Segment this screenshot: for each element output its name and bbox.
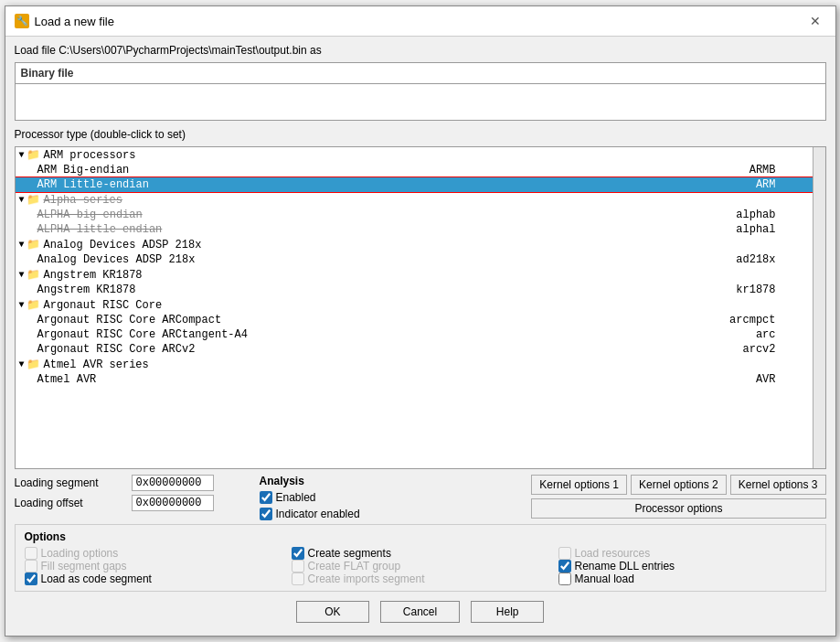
title-bar-left: 🔧 Load a new file — [15, 14, 114, 28]
list-item[interactable]: Atmel AVRAVR — [16, 372, 813, 387]
binary-file-header: Binary file — [15, 62, 826, 121]
fill-segment-gaps-label: Fill segment gaps — [41, 560, 127, 572]
create-flat-group-label: Create FLAT group — [308, 560, 401, 572]
col1: Loading options Fill segment gaps Load a… — [25, 547, 282, 585]
list-item[interactable]: ▼📁Analog Devices ADSP 218x — [16, 237, 813, 252]
button-row: OK Cancel Help — [15, 595, 826, 628]
expand-icon: ▼ — [19, 195, 25, 205]
processor-options-button[interactable]: Processor options — [531, 498, 825, 519]
cancel-button[interactable]: Cancel — [380, 601, 460, 623]
create-segments-checkbox[interactable] — [292, 547, 304, 560]
load-resources-row: Load resources — [558, 547, 816, 560]
loading-offset-value[interactable]: 0x00000000 — [132, 495, 214, 511]
item-shortname: arcmpct — [729, 314, 793, 326]
list-item[interactable]: ARM Big-endianARMB — [16, 163, 813, 177]
create-segments-row: Create segments — [292, 547, 549, 560]
list-item[interactable]: ▼📁Argonaut RISC Core — [16, 297, 813, 313]
dialog-body: Load file C:\Users\007\PycharmProjects\m… — [5, 37, 835, 636]
list-item[interactable]: ARM Little-endianARM — [16, 177, 813, 192]
folder-icon: 📁 — [27, 268, 40, 282]
group-label: ARM processors — [44, 149, 136, 162]
segment-col: Loading segment 0x00000000 Loading offse… — [15, 475, 214, 511]
list-item[interactable]: Analog Devices ADSP 218xad218x — [16, 252, 813, 267]
ok-button[interactable]: OK — [296, 601, 369, 623]
list-item[interactable]: Argonaut RISC Core ARCompactarcmpct — [16, 313, 813, 327]
options-section: Options Loading options Fill segment gap… — [15, 524, 826, 592]
item-label: ALPHA big endian — [37, 209, 143, 221]
list-item[interactable]: ALPHA little endianalphal — [16, 222, 813, 237]
folder-icon: 📁 — [27, 148, 40, 162]
binary-content-area[interactable] — [15, 84, 826, 121]
folder-icon: 📁 — [27, 358, 40, 371]
item-label: Argonaut RISC Core ARCtangent-A4 — [37, 328, 248, 341]
loading-segment-row: Loading segment 0x00000000 — [15, 475, 214, 491]
enabled-check-row: Enabled — [260, 491, 360, 504]
item-label: Angstrem KR1878 — [37, 284, 136, 296]
folder-icon: 📁 — [27, 238, 40, 251]
load-resources-checkbox[interactable] — [558, 547, 571, 560]
indicator-enabled-checkbox[interactable] — [260, 508, 272, 520]
folder-icon: 📁 — [27, 193, 40, 207]
indicator-enabled-label: Indicator enabled — [276, 508, 360, 520]
create-imports-label: Create imports segment — [308, 572, 425, 585]
kernel-row: Kernel options 1 Kernel options 2 Kernel… — [531, 475, 825, 495]
group-label: Alpha series — [44, 194, 122, 207]
expand-icon: ▼ — [19, 240, 25, 250]
item-label: Atmel AVR — [37, 373, 97, 386]
list-item[interactable]: ▼📁Atmel AVR series — [16, 357, 813, 372]
list-item[interactable]: Argonaut RISC Core ARCtangent-A4arc — [16, 327, 813, 342]
item-label: Analog Devices ADSP 218x — [37, 253, 196, 266]
fill-segment-gaps-checkbox[interactable] — [25, 560, 37, 572]
analysis-label: Analysis — [260, 475, 360, 487]
scrollbar[interactable] — [813, 147, 825, 468]
kernel-options-2-button[interactable]: Kernel options 2 — [631, 475, 727, 495]
group-label: Argonaut RISC Core — [44, 299, 163, 312]
create-segments-label: Create segments — [308, 547, 391, 560]
kernel-options-1-button[interactable]: Kernel options 1 — [531, 475, 627, 495]
list-item[interactable]: ▼📁Alpha series — [16, 192, 813, 208]
rename-dll-label: Rename DLL entries — [575, 560, 675, 572]
options-title: Options — [25, 530, 816, 543]
kernel-options-3-button[interactable]: Kernel options 3 — [730, 475, 826, 495]
item-label: ARM Big-endian — [37, 164, 130, 177]
loading-options-label: Loading options — [41, 547, 119, 560]
close-button[interactable]: ✕ — [804, 12, 826, 30]
folder-icon: 📁 — [27, 298, 40, 312]
group-label: Angstrem KR1878 — [44, 269, 143, 282]
fill-segment-gaps-row: Fill segment gaps — [25, 560, 282, 572]
list-item[interactable]: Angstrem KR1878kr1878 — [16, 283, 813, 297]
manual-load-checkbox[interactable] — [558, 572, 571, 585]
item-shortname: arcv2 — [742, 343, 793, 356]
load-as-code-checkbox[interactable] — [25, 572, 37, 585]
list-item[interactable]: ▼📁ARM processors — [16, 147, 813, 163]
help-button[interactable]: Help — [471, 601, 544, 623]
group-label: Analog Devices ADSP 218x — [44, 239, 202, 251]
loading-options-checkbox[interactable] — [25, 547, 37, 560]
item-shortname: alphal — [736, 223, 793, 236]
list-item[interactable]: ALPHA big endianalphab — [16, 208, 813, 222]
list-item[interactable]: ▼📁Angstrem KR1878 — [16, 267, 813, 283]
dialog-title: Load a new file — [35, 15, 114, 28]
create-imports-row: Create imports segment — [292, 572, 549, 585]
load-file-dialog: 🔧 Load a new file ✕ Load file C:\Users\0… — [5, 5, 836, 637]
list-item[interactable]: Argonaut RISC Core ARCv2arcv2 — [16, 342, 813, 357]
item-label: Argonaut RISC Core ARCompact — [37, 314, 222, 326]
dialog-icon: 🔧 — [15, 14, 29, 28]
title-bar: 🔧 Load a new file ✕ — [5, 6, 835, 37]
create-imports-checkbox[interactable] — [292, 572, 304, 585]
loading-options-row: Loading options — [25, 547, 282, 560]
col3: Load resources Rename DLL entries Manual… — [558, 547, 816, 585]
item-shortname: ARMB — [750, 164, 794, 177]
processor-list[interactable]: ▼📁ARM processorsARM Big-endianARMBARM Li… — [16, 147, 813, 468]
enabled-checkbox[interactable] — [260, 491, 272, 504]
item-label: Argonaut RISC Core ARCv2 — [37, 343, 196, 356]
create-flat-group-checkbox[interactable] — [292, 560, 304, 572]
loading-segment-value[interactable]: 0x00000000 — [132, 475, 214, 491]
kernel-options-col: Kernel options 1 Kernel options 2 Kernel… — [531, 475, 825, 519]
rename-dll-checkbox[interactable] — [558, 560, 571, 572]
load-as-code-label: Load as code segment — [41, 572, 152, 585]
loading-offset-label: Loading offset — [15, 497, 124, 509]
segment-analysis-row: Loading segment 0x00000000 Loading offse… — [15, 475, 826, 520]
expand-icon: ▼ — [19, 300, 25, 310]
item-shortname: ad218x — [736, 253, 793, 266]
